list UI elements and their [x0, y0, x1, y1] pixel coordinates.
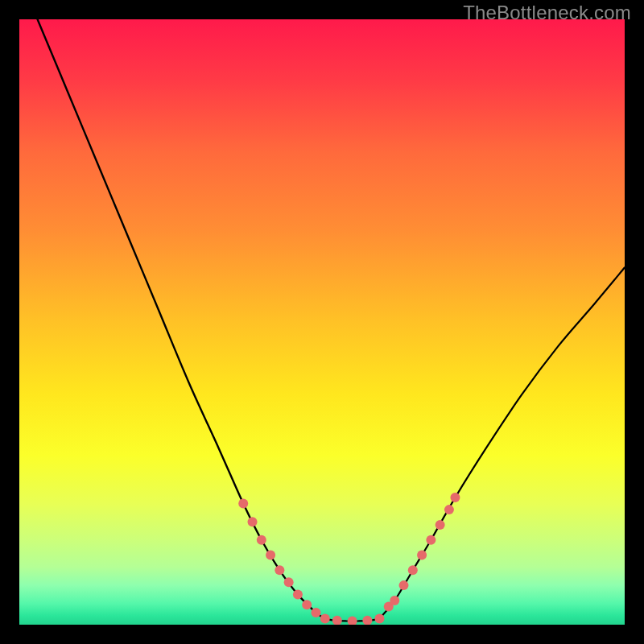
highlight-dot — [293, 589, 303, 599]
highlight-dots — [238, 493, 460, 625]
highlight-dot — [390, 596, 399, 605]
highlight-dot — [408, 565, 418, 575]
highlight-dot — [257, 535, 266, 545]
highlight-dot — [311, 608, 320, 617]
highlight-dot — [417, 551, 427, 560]
watermark-text: TheBottleneck.com — [463, 2, 631, 24]
curve-left — [38, 19, 325, 618]
highlight-dot — [320, 613, 330, 623]
curve-right — [379, 267, 625, 618]
highlight-dot — [332, 616, 342, 625]
highlight-dot — [444, 505, 454, 514]
chart-frame: TheBottleneck.com — [0, 0, 644, 644]
highlight-dot — [399, 580, 409, 590]
highlight-dot — [284, 577, 294, 587]
highlight-dot — [302, 600, 312, 609]
highlight-dot — [275, 565, 284, 575]
highlight-dot — [436, 520, 445, 530]
plot-area — [19, 19, 625, 625]
highlight-dot — [374, 613, 384, 623]
highlight-dot — [450, 493, 460, 502]
highlight-dot — [362, 616, 372, 625]
highlight-dot — [348, 616, 357, 625]
highlight-dot — [266, 551, 275, 560]
highlight-dot — [426, 535, 436, 545]
highlight-dot — [238, 499, 248, 509]
highlight-dot — [248, 517, 258, 526]
curves-layer — [19, 19, 625, 625]
